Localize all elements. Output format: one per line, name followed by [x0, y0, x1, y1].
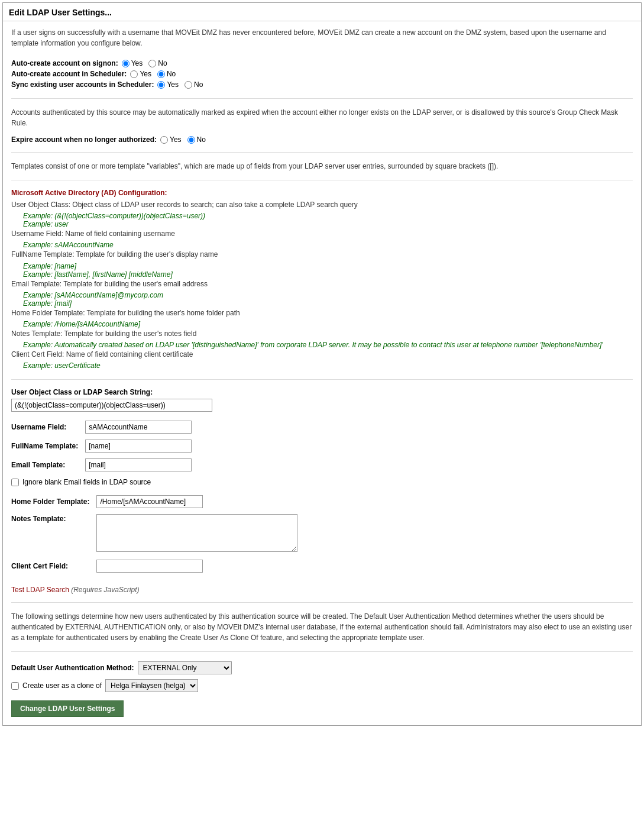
- default-auth-select[interactable]: EXTERNAL Only MOVEit DMZ + External MOVE…: [138, 661, 232, 674]
- ad-help-example-9: Example: Automatically created based on …: [23, 341, 633, 349]
- templates-info-text: Templates consist of one or more templat…: [11, 161, 633, 172]
- form-table: Username Field: FullName Template: Email…: [11, 418, 196, 474]
- ad-help-notes: Notes Template: Template for building th…: [11, 328, 633, 340]
- ad-help-example-2: Example: user: [23, 220, 633, 228]
- notes-template-textarea[interactable]: [96, 514, 297, 552]
- ad-help-homefolder: Home Folder Template: Template for build…: [11, 308, 633, 319]
- ad-help-example-1: Example: (&(!(objectClass=computer))(obj…: [23, 212, 633, 220]
- test-ldap-link[interactable]: Test LDAP Search: [11, 586, 69, 594]
- auth-info-text: The following settings determine how new…: [11, 611, 633, 643]
- clone-user-select[interactable]: Helga Finlaysen (helga) Admin (admin): [105, 679, 198, 692]
- test-ldap-note: (Requires JavaScript): [69, 586, 140, 594]
- ad-help-example-3: Example: sAMAccountName: [23, 241, 633, 249]
- expire-account-no-radio[interactable]: [187, 136, 195, 144]
- ignore-blank-email-label: Ignore blank Email fields in LDAP source: [22, 478, 151, 486]
- home-folder-label: Home Folder Template:: [11, 492, 96, 511]
- ad-help-username: Username Field: Name of field containing…: [11, 228, 633, 240]
- username-field-input[interactable]: [85, 421, 192, 434]
- ad-help-clientcert: Client Cert Field: Name of field contain…: [11, 349, 633, 360]
- notes-template-label: Notes Template:: [11, 511, 96, 557]
- ad-help-example-10: Example: userCertificate: [23, 361, 633, 370]
- clone-user-label: Create user as a clone of: [22, 681, 102, 690]
- auto-create-scheduler-yes-radio[interactable]: [130, 70, 138, 78]
- form-section: User Object Class or LDAP Search String:…: [11, 388, 633, 576]
- sync-existing-no-radio[interactable]: [185, 81, 192, 89]
- client-cert-label: Client Cert Field:: [11, 557, 96, 576]
- sync-existing-yes-label[interactable]: Yes: [157, 80, 179, 89]
- expire-account-yes-label[interactable]: Yes: [160, 135, 182, 144]
- fullname-template-input[interactable]: [85, 440, 192, 453]
- username-field-row: Username Field:: [11, 418, 196, 437]
- footer-section: Default User Authentication Method: EXTE…: [11, 661, 633, 717]
- ad-help-example-7: Example: [mail]: [23, 299, 633, 308]
- email-template-label: Email Template:: [11, 456, 85, 474]
- fullname-template-label: FullName Template:: [11, 437, 85, 456]
- home-folder-input[interactable]: [96, 495, 203, 508]
- default-auth-row: Default User Authentication Method: EXTE…: [11, 661, 633, 674]
- auto-create-scheduler-label: Auto-create account in Scheduler:: [11, 70, 127, 78]
- user-object-class-label: User Object Class or LDAP Search String:: [11, 388, 629, 396]
- auto-create-signon-label: Auto-create account on signon:: [11, 59, 118, 67]
- expire-account-row: Expire account when no longer authorized…: [11, 135, 633, 144]
- expire-account-no-label[interactable]: No: [187, 135, 206, 144]
- sync-existing-yes-radio[interactable]: [157, 81, 165, 89]
- auto-create-scheduler-row: Auto-create account in Scheduler: Yes No: [11, 70, 633, 78]
- sync-existing-yes-text: Yes: [167, 80, 179, 89]
- clone-user-checkbox[interactable]: [11, 682, 19, 690]
- form-table-2: Home Folder Template: Notes Template: Cl…: [11, 492, 302, 576]
- ad-config-header: Microsoft Active Directory (AD) Configur…: [11, 189, 633, 197]
- user-object-class-input[interactable]: [11, 399, 212, 412]
- auto-create-scheduler-no-label[interactable]: No: [157, 70, 176, 78]
- fullname-template-row: FullName Template:: [11, 437, 196, 456]
- auto-create-signon-no-text: No: [158, 59, 167, 67]
- notes-template-row: Notes Template:: [11, 511, 302, 557]
- username-field-label: Username Field:: [11, 418, 85, 437]
- ad-help-example-8: Example: /Home/[sAMAccountName]: [23, 320, 633, 328]
- email-template-input[interactable]: [85, 458, 192, 471]
- auto-create-signon-row: Auto-create account on signon: Yes No: [11, 59, 633, 67]
- sync-existing-row: Sync existing user accounts in Scheduler…: [11, 80, 633, 89]
- auto-create-signon-yes-radio[interactable]: [122, 60, 130, 67]
- auto-create-scheduler-no-radio[interactable]: [157, 70, 165, 78]
- test-ldap-row: Test LDAP Search (Requires JavaScript): [11, 585, 633, 594]
- submit-button[interactable]: Change LDAP User Settings: [11, 700, 124, 717]
- page-title: Edit LDAP User Settings...: [3, 3, 641, 21]
- sync-existing-label: Sync existing user accounts in Scheduler…: [11, 80, 154, 89]
- default-auth-label: Default User Authentication Method:: [11, 664, 134, 672]
- ad-help-user-object: User Object Class: Object class of LDAP …: [11, 199, 633, 211]
- expire-info-text: Accounts authenticated by this source ma…: [11, 107, 633, 128]
- auto-create-signon-no-label[interactable]: No: [148, 59, 167, 67]
- home-folder-row: Home Folder Template:: [11, 492, 302, 511]
- expire-account-yes-text: Yes: [170, 135, 182, 144]
- clone-user-row: Create user as a clone of Helga Finlayse…: [11, 679, 633, 692]
- client-cert-row: Client Cert Field:: [11, 557, 302, 576]
- sync-existing-no-text: No: [194, 80, 203, 89]
- sync-existing-no-label[interactable]: No: [185, 80, 203, 89]
- auto-create-scheduler-yes-text: Yes: [140, 70, 151, 78]
- intro-text: If a user signs on successfully with a u…: [11, 27, 633, 49]
- ad-help-example-4: Example: [name]: [23, 262, 633, 270]
- ad-help-example-5: Example: [lastName], [firstName] [middle…: [23, 270, 633, 279]
- ad-config-section: Microsoft Active Directory (AD) Configur…: [11, 189, 633, 370]
- ignore-blank-email-checkbox[interactable]: [11, 479, 19, 486]
- expire-account-no-text: No: [197, 135, 206, 144]
- ad-help-fullname: FullName Template: Template for building…: [11, 249, 633, 260]
- auto-create-signon-yes-text: Yes: [131, 59, 143, 67]
- client-cert-input[interactable]: [96, 560, 203, 573]
- auto-create-section: Auto-create account on signon: Yes No Au…: [11, 59, 633, 89]
- auto-create-signon-no-radio[interactable]: [148, 60, 156, 67]
- auto-create-scheduler-yes-label[interactable]: Yes: [130, 70, 151, 78]
- auto-create-signon-yes-label[interactable]: Yes: [122, 59, 143, 67]
- ignore-blank-email-row: Ignore blank Email fields in LDAP source: [11, 478, 633, 486]
- email-template-row: Email Template:: [11, 456, 196, 474]
- ad-help-example-6: Example: [sAMAccountName]@mycorp.com: [23, 291, 633, 299]
- auto-create-scheduler-no-text: No: [167, 70, 176, 78]
- ad-help-email: Email Template: Template for building th…: [11, 279, 633, 290]
- expire-account-yes-radio[interactable]: [160, 136, 168, 144]
- expire-account-label: Expire account when no longer authorized…: [11, 135, 157, 144]
